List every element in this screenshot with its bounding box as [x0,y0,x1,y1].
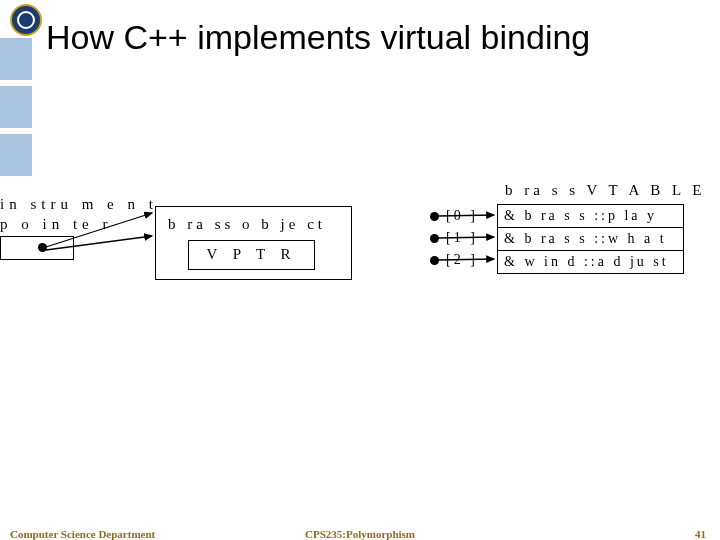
instrument-pointer-label2: p o in te r [0,216,113,233]
instrument-pointer-label: in stru m e n t [0,196,158,213]
brass-object-label: b ra ss o b je ct [168,216,326,233]
vptr-label: V P T R [206,246,296,263]
pointer-dot [38,243,47,252]
vtable-entry: & w in d ::a d ju st [504,254,669,270]
vtable-row: & b ra s s ::p la y [498,205,683,228]
slide-title: How C++ implements virtual binding [46,18,590,57]
vtable-entry: & b ra s s ::w h a t [504,231,667,247]
footer-course: CPS235:Polymorphism [0,528,720,540]
vptr-box: V P T R [188,240,315,270]
vtable-title: b ra s s V T A B L E [505,182,705,199]
instrument-pointer-box [0,236,74,260]
vtable-entry: & b ra s s ::p la y [504,208,657,224]
index-dot-2 [430,256,439,265]
bg-stripe [0,86,32,128]
bg-stripe [0,134,32,176]
vtable-index-2: [2 ] [446,252,478,268]
vtable-row: & b ra s s ::w h a t [498,228,683,251]
vtable-box: & b ra s s ::p la y & b ra s s ::w h a t… [497,204,684,274]
logo-inner [17,11,35,29]
footer-page-number: 41 [695,528,706,540]
vtable-index-1: [1 ] [446,230,478,246]
vtable-row: & w in d ::a d ju st [498,251,683,273]
index-dot-1 [430,234,439,243]
university-logo [10,4,42,36]
vtable-index-0: [0 ] [446,208,478,224]
vtable-diagram: in stru m e n t p o in te r b ra ss o b … [0,188,720,338]
index-dot-0 [430,212,439,221]
bg-stripe [0,38,32,80]
